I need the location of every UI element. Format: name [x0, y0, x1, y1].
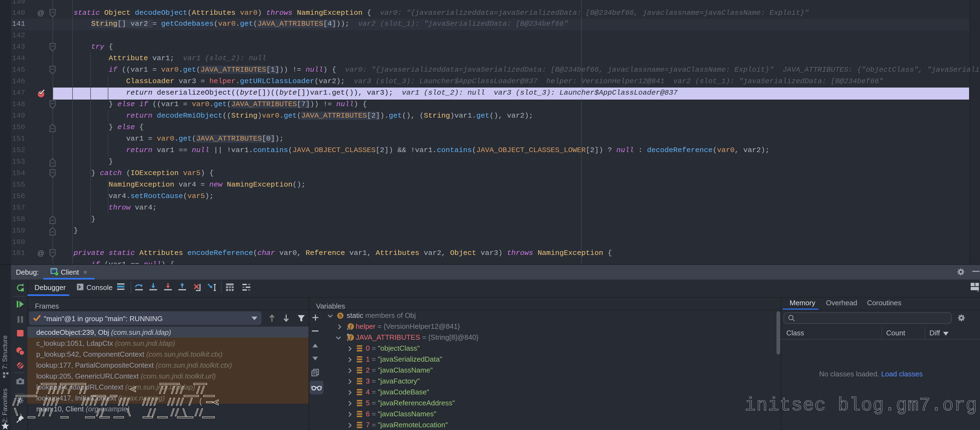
svg-text:S: S [339, 313, 342, 318]
